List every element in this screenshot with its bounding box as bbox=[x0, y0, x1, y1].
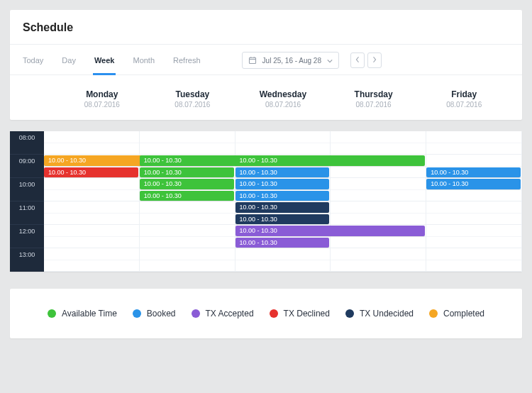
page-title: Schedule bbox=[23, 21, 509, 34]
grid-cell[interactable] bbox=[44, 237, 139, 249]
event-block[interactable]: 10.00 - 10.30 bbox=[426, 179, 521, 189]
view-controls: TodayDayWeekMonthRefresh Jul 25, 16 - Au… bbox=[23, 45, 509, 74]
grid-cell[interactable] bbox=[426, 214, 521, 226]
event-block[interactable]: 10.00 - 10.30 bbox=[426, 167, 521, 178]
day-header: Thursday08.07.2016 bbox=[328, 89, 419, 109]
chevron-left-icon bbox=[355, 55, 360, 65]
date-range-button[interactable]: Jul 25, 16 - Aug 28 bbox=[242, 52, 339, 69]
next-button[interactable] bbox=[367, 52, 382, 68]
grid-cell[interactable] bbox=[426, 248, 521, 260]
grid-cell[interactable] bbox=[426, 201, 521, 214]
day-name: Monday bbox=[57, 89, 148, 99]
legend-dot bbox=[345, 309, 354, 318]
legend: Available TimeBookedTX AcceptedTX Declin… bbox=[23, 309, 509, 319]
grid-cell[interactable] bbox=[235, 143, 331, 155]
grid-cell[interactable] bbox=[331, 190, 426, 202]
grid-cell[interactable] bbox=[140, 201, 235, 214]
grid-cell[interactable] bbox=[44, 131, 139, 143]
grid-cell[interactable] bbox=[140, 248, 235, 260]
svg-rect-0 bbox=[249, 57, 255, 63]
tab-refresh[interactable]: Refresh bbox=[173, 52, 201, 69]
event-block[interactable]: 10.00 - 10.30 bbox=[235, 238, 330, 248]
schedule-grid: 08:0009:0010:0011:0012:0013:00 10.00 - 1… bbox=[10, 131, 522, 272]
prev-button[interactable] bbox=[350, 52, 365, 68]
grid-cell[interactable] bbox=[426, 260, 521, 272]
event-block[interactable]: 10.00 - 10.30 bbox=[235, 155, 426, 166]
grid-cell[interactable] bbox=[44, 225, 139, 237]
grid-cell[interactable] bbox=[140, 214, 235, 226]
grid-cell[interactable] bbox=[331, 248, 426, 260]
grid-cell[interactable] bbox=[331, 201, 426, 214]
grid-cell[interactable] bbox=[426, 131, 521, 143]
grid-cell[interactable] bbox=[140, 237, 235, 249]
grid-cell[interactable] bbox=[44, 178, 139, 190]
legend-item: TX Declined bbox=[270, 309, 330, 319]
legend-item: Completed bbox=[429, 309, 484, 319]
grid-cell[interactable] bbox=[140, 131, 235, 143]
event-block[interactable]: 10.00 - 10.30 bbox=[140, 179, 234, 189]
event-block[interactable]: 10.00 - 10.30 bbox=[140, 167, 234, 178]
grid-body: 10.00 - 10.3010.00 - 10.3010.00 - 10.301… bbox=[44, 131, 522, 272]
legend-dot bbox=[429, 309, 438, 318]
day-header: Wednesday08.07.2016 bbox=[238, 89, 328, 109]
day-name: Wednesday bbox=[238, 89, 328, 99]
event-block[interactable]: 10.00 - 10.30 bbox=[235, 226, 426, 236]
legend-item: TX Accepted bbox=[192, 309, 254, 319]
tab-day[interactable]: Day bbox=[62, 52, 76, 69]
day-date: 08.07.2016 bbox=[238, 101, 328, 109]
grid-cell[interactable] bbox=[331, 260, 426, 272]
grid-cell[interactable] bbox=[331, 237, 426, 249]
grid-cell[interactable] bbox=[140, 225, 235, 237]
grid-cell[interactable] bbox=[235, 248, 331, 260]
day-header: Monday08.07.2016 bbox=[57, 89, 148, 109]
grid-cell[interactable] bbox=[331, 131, 426, 143]
grid-cell[interactable] bbox=[235, 260, 331, 272]
grid-cell[interactable] bbox=[426, 143, 521, 155]
tab-week[interactable]: Week bbox=[94, 52, 115, 69]
tab-today[interactable]: Today bbox=[23, 52, 43, 69]
day-headers: Monday08.07.2016Tuesday08.07.2016Wednesd… bbox=[23, 75, 509, 120]
event-block[interactable]: 10.00 - 10.30 bbox=[235, 191, 330, 201]
grid-cell[interactable] bbox=[44, 260, 139, 272]
grid-cell[interactable] bbox=[44, 248, 139, 260]
event-block[interactable]: 10.00 - 10.30 bbox=[235, 214, 330, 225]
grid-cell[interactable] bbox=[331, 214, 426, 226]
grid-column bbox=[140, 131, 235, 272]
legend-label: Booked bbox=[147, 309, 176, 319]
grid-cell[interactable] bbox=[426, 237, 521, 249]
grid-cell[interactable] bbox=[44, 190, 139, 202]
grid-cell[interactable] bbox=[140, 260, 235, 272]
time-label: 09:00 bbox=[10, 155, 44, 178]
tab-month[interactable]: Month bbox=[133, 52, 155, 69]
grid-cell[interactable] bbox=[140, 143, 235, 155]
grid-cell[interactable] bbox=[426, 225, 521, 237]
legend-dot bbox=[270, 309, 278, 318]
grid-column bbox=[426, 131, 522, 272]
day-name: Friday bbox=[419, 89, 509, 99]
grid-cell[interactable] bbox=[331, 143, 426, 155]
grid-cell[interactable] bbox=[331, 167, 426, 179]
grid-cell[interactable] bbox=[44, 214, 139, 226]
legend-label: TX Undecided bbox=[360, 309, 414, 319]
legend-dot bbox=[48, 309, 56, 318]
event-block[interactable]: 10.00 - 10.30 bbox=[140, 191, 234, 201]
event-block[interactable]: 10.00 - 10.30 bbox=[235, 202, 330, 213]
chevron-right-icon bbox=[372, 55, 377, 65]
chevron-down-icon bbox=[327, 57, 333, 63]
legend-dot bbox=[192, 309, 200, 318]
event-block[interactable]: 10.00 - 10.30 bbox=[44, 167, 138, 178]
legend-dot bbox=[133, 309, 141, 318]
grid-column bbox=[235, 131, 331, 272]
grid-cell[interactable] bbox=[44, 201, 139, 214]
grid-cell[interactable] bbox=[426, 155, 521, 167]
grid-cell[interactable] bbox=[426, 190, 521, 202]
grid-column bbox=[331, 131, 426, 272]
view-tabs: TodayDayWeekMonthRefresh bbox=[23, 52, 201, 69]
event-block[interactable]: 10.00 - 10.30 bbox=[235, 179, 330, 189]
grid-cell[interactable] bbox=[44, 143, 139, 155]
time-axis: 08:0009:0010:0011:0012:0013:00 bbox=[10, 131, 44, 272]
legend-panel: Available TimeBookedTX AcceptedTX Declin… bbox=[10, 289, 522, 338]
event-block[interactable]: 10.00 - 10.30 bbox=[235, 167, 330, 178]
grid-cell[interactable] bbox=[235, 131, 331, 143]
grid-cell[interactable] bbox=[331, 178, 426, 190]
